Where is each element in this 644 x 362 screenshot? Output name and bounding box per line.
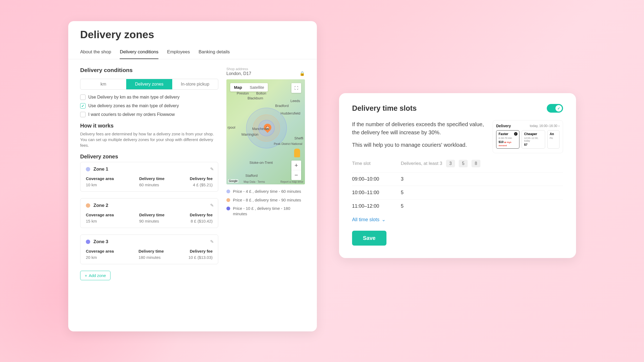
- legend-text: Price - 4 £ , delivery time - 60 minutes: [233, 189, 301, 194]
- tab-employees[interactable]: Employees: [167, 49, 190, 59]
- slot-value[interactable]: 5: [401, 203, 404, 209]
- preview-option-cheaper[interactable]: Cheaper 12:03–12:30, today $7: [522, 130, 545, 149]
- checkbox-couriers[interactable]: [80, 112, 86, 117]
- map-city: Bradford: [275, 104, 289, 108]
- tab-about-shop[interactable]: About the shop: [80, 49, 111, 59]
- coverage-label: Coverage area: [86, 176, 114, 181]
- checkbox-km[interactable]: [80, 94, 86, 100]
- time-slots-title: Delivery time slots: [352, 104, 417, 113]
- map-type-map[interactable]: Map: [230, 83, 246, 92]
- map-zoom: + −: [291, 161, 301, 180]
- zone-dot-icon: [86, 240, 90, 244]
- zone-dot-icon: [86, 203, 90, 208]
- zone-card-1: Zone 1 ✎ Coverage area 10 km Delivery ti…: [80, 162, 218, 192]
- legend-dot-icon: [226, 190, 230, 193]
- slot-row: 10:00–11:00 5: [352, 186, 563, 199]
- tab-delivery-conditions[interactable]: Delivery conditions: [120, 49, 158, 59]
- segment-in-store-pickup[interactable]: In-store pickup: [172, 79, 218, 89]
- time-label: Delivery time: [138, 249, 164, 253]
- map-attribution: Map Data · Terms Report a map error: [226, 180, 305, 183]
- chevron-down-icon: ⌄: [382, 217, 386, 223]
- plus-icon: +: [85, 273, 87, 278]
- time-label: Delivery time: [139, 176, 164, 181]
- address-label: Shop address: [226, 67, 305, 71]
- checkbox-label: I want couriers to deliver my orders Flo…: [88, 112, 175, 117]
- pill-8[interactable]: 8: [471, 160, 480, 167]
- map-city: Peak District National: [274, 142, 302, 145]
- coverage-val: 20 km: [86, 255, 114, 260]
- edit-icon[interactable]: ✎: [210, 203, 214, 208]
- address-value: London, D17: [226, 71, 251, 76]
- how-it-works-desc: Delivery fees are determined by how far …: [80, 131, 218, 148]
- checkbox-zones[interactable]: [80, 103, 86, 109]
- checkbox-label: Use Delivery by km as the main type of d…: [88, 95, 180, 100]
- check-icon: ✓: [514, 132, 518, 136]
- zone-dot-icon: [86, 167, 90, 171]
- coverage-label: Coverage area: [86, 213, 114, 217]
- slot-value[interactable]: 3: [401, 176, 404, 182]
- legend-row: Price - 4 £ , delivery time - 60 minutes: [226, 189, 305, 194]
- zone-card-2: Zone 2 ✎ Coverage area 15 km Delivery ti…: [80, 198, 218, 228]
- tabs: About the shop Delivery conditions Emplo…: [68, 49, 317, 59]
- delivery-type-segments: km Delivery zones In-store pickup: [80, 79, 218, 90]
- tab-banking-details[interactable]: Banking details: [199, 49, 230, 59]
- map-attrib-right[interactable]: Report a map error: [281, 180, 303, 183]
- map-city: Blackburn: [248, 96, 263, 100]
- zone-name: Zone 3: [93, 239, 108, 244]
- fee-val: 8 £ ($10.42): [190, 219, 213, 223]
- fullscreen-icon[interactable]: ⛶: [291, 83, 301, 93]
- zoom-out-button[interactable]: −: [291, 170, 301, 180]
- map-city: Sheffi: [294, 136, 303, 140]
- map-city: Bolton: [256, 91, 266, 95]
- edit-icon[interactable]: ✎: [210, 167, 214, 172]
- opt-sub: in 60-70 min: [499, 137, 517, 139]
- all-time-slots-link[interactable]: All time slots ⌄: [352, 217, 563, 223]
- segment-km[interactable]: km: [80, 79, 126, 89]
- add-zone-label: Add zone: [89, 273, 106, 278]
- edit-icon[interactable]: ✎: [210, 239, 214, 244]
- preview-option-partial[interactable]: An Pic: [547, 130, 560, 149]
- time-slots-panel: Delivery time slots ✓ If the number of d…: [339, 93, 576, 258]
- preview-heading: Delivery: [496, 124, 511, 128]
- coverage-val: 15 km: [86, 219, 114, 223]
- checkbox-row-zones[interactable]: Use delivery zones as the main type of d…: [80, 103, 218, 109]
- opt-title: An: [550, 132, 557, 136]
- fee-label: Delivery fee: [190, 213, 213, 217]
- preview-date: today, 16:00–16:30: [530, 124, 557, 128]
- time-val: 180 minutes: [138, 255, 164, 260]
- legend-dot-icon: [226, 198, 230, 202]
- checkbox-row-couriers[interactable]: I want couriers to deliver my orders Flo…: [80, 112, 218, 117]
- coverage-val: 10 km: [86, 182, 114, 187]
- map-attrib-center[interactable]: Map Data · Terms: [243, 180, 265, 183]
- slot-value[interactable]: 5: [401, 190, 404, 195]
- chevron-right-icon: ›: [558, 124, 560, 128]
- slot-row: 09:00–10:00 3: [352, 172, 563, 186]
- fee-val: 10 £ ($13.03): [188, 255, 213, 260]
- opt-price: $7: [524, 143, 542, 146]
- map[interactable]: Leeds Bolton Preston Blackburn Bradford …: [226, 79, 305, 184]
- time-slots-toggle[interactable]: ✓: [547, 104, 563, 113]
- coverage-label: Coverage area: [86, 249, 114, 253]
- opt-title: Cheaper: [524, 132, 542, 136]
- legend-text: Price - 8 £ , delivery time - 90 minutes: [233, 197, 301, 203]
- checkbox-row-km[interactable]: Use Delivery by km as the main type of d…: [80, 94, 218, 100]
- pill-3[interactable]: 3: [446, 160, 455, 167]
- add-zone-button[interactable]: + Add zone: [80, 271, 110, 280]
- slot-time: 09:00–10:00: [352, 176, 401, 182]
- segment-delivery-zones[interactable]: Delivery zones: [126, 79, 172, 89]
- checkbox-label: Use delivery zones as the main type of d…: [88, 103, 179, 108]
- preview-option-faster[interactable]: ✓ Faster in 60-70 min $10 ◆ High demand: [496, 130, 519, 149]
- pill-5[interactable]: 5: [459, 160, 468, 167]
- time-val: 60 minutes: [139, 182, 164, 187]
- map-city: rpool: [227, 125, 235, 129]
- map-type-satellite[interactable]: Satellite: [246, 83, 268, 92]
- page-title: Delivery zones: [80, 29, 305, 41]
- info-paragraph-1: If the number of deliveries exceeds the …: [352, 120, 484, 136]
- save-button[interactable]: Save: [352, 231, 386, 246]
- slot-time: 11:00–12:00: [352, 203, 401, 209]
- pegman-icon[interactable]: [294, 149, 300, 157]
- zoom-in-button[interactable]: +: [291, 161, 301, 170]
- map-city: Leeds: [291, 99, 300, 103]
- zone-name: Zone 2: [93, 203, 108, 208]
- fee-label: Delivery fee: [188, 249, 213, 253]
